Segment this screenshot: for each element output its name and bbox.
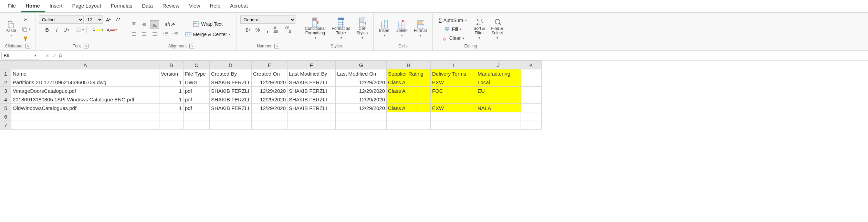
- cell[interactable]: Last Modified By: [287, 69, 336, 78]
- autosum-button[interactable]: ∑ AutoSum ▾: [436, 16, 469, 24]
- cell[interactable]: DWG: [184, 78, 210, 87]
- align-left-button[interactable]: [129, 30, 138, 38]
- cell[interactable]: SHAKIB FERZLI: [210, 78, 252, 87]
- cell[interactable]: Name: [11, 69, 159, 78]
- cell[interactable]: Created On: [252, 69, 287, 78]
- font-launcher[interactable]: ↘: [84, 44, 88, 48]
- cell[interactable]: [210, 121, 252, 130]
- row-header[interactable]: 4: [0, 95, 11, 104]
- format-painter-button[interactable]: [20, 35, 32, 43]
- col-header-j[interactable]: J: [476, 61, 521, 69]
- cell[interactable]: SHAKIB FERZLI: [210, 104, 252, 112]
- select-all-corner[interactable]: [0, 61, 11, 69]
- cell[interactable]: [159, 112, 184, 121]
- align-center-button[interactable]: [140, 30, 149, 38]
- cell[interactable]: [521, 104, 542, 112]
- number-format-select[interactable]: General: [240, 15, 295, 24]
- cell[interactable]: 12/29/2020: [252, 87, 287, 95]
- cell[interactable]: VintageDoorsCatalogue.pdf: [11, 87, 159, 95]
- name-box[interactable]: B9▼: [1, 52, 39, 59]
- row-header[interactable]: 1: [0, 69, 11, 78]
- underline-button[interactable]: U▾: [62, 26, 71, 34]
- cell[interactable]: [521, 87, 542, 95]
- row-header[interactable]: 7: [0, 121, 11, 130]
- cell[interactable]: pdf: [184, 87, 210, 95]
- cell[interactable]: [431, 112, 476, 121]
- cell[interactable]: [287, 112, 336, 121]
- bold-button[interactable]: B: [43, 26, 51, 34]
- cell[interactable]: SHAKIB FERZLI: [287, 78, 336, 87]
- cell[interactable]: Manufacturing: [476, 69, 521, 78]
- cell[interactable]: [184, 112, 210, 121]
- comma-format-button[interactable]: ,: [263, 26, 271, 34]
- font-color-button[interactable]: A▾: [106, 26, 118, 34]
- cancel-formula-icon[interactable]: ✕: [45, 53, 49, 58]
- fx-icon[interactable]: fx: [57, 53, 64, 58]
- cell[interactable]: 12/29/2020: [336, 78, 387, 87]
- cell[interactable]: [521, 112, 542, 121]
- tab-view[interactable]: View: [184, 1, 205, 12]
- cell[interactable]: [252, 121, 287, 130]
- italic-button[interactable]: I: [53, 26, 61, 34]
- tab-home[interactable]: Home: [21, 1, 45, 12]
- enter-formula-icon[interactable]: ✓: [53, 53, 57, 58]
- decrease-decimal-button[interactable]: .00→.0: [283, 26, 292, 34]
- cell[interactable]: [336, 121, 387, 130]
- cell[interactable]: NALA: [476, 104, 521, 112]
- cell[interactable]: Class A: [387, 104, 431, 112]
- cell[interactable]: Last Modified On: [336, 69, 387, 78]
- col-header-d[interactable]: D: [210, 61, 252, 69]
- cell[interactable]: FOC: [431, 87, 476, 95]
- row-header[interactable]: 2: [0, 78, 11, 87]
- cell[interactable]: pdf: [184, 95, 210, 104]
- col-header-g[interactable]: G: [336, 61, 387, 69]
- cell[interactable]: Delivery Terms: [431, 69, 476, 78]
- tab-review[interactable]: Review: [158, 1, 184, 12]
- row-header[interactable]: 5: [0, 104, 11, 112]
- number-launcher[interactable]: ↘: [274, 44, 279, 48]
- tab-page-layout[interactable]: Page Layout: [67, 1, 106, 12]
- cell[interactable]: 1: [159, 104, 184, 112]
- tab-acrobat[interactable]: Acrobat: [225, 1, 253, 12]
- cell[interactable]: 12/29/2020: [336, 104, 387, 112]
- decrease-indent-button[interactable]: [161, 30, 170, 38]
- cell[interactable]: 12/29/2020: [336, 95, 387, 104]
- paste-button[interactable]: Paste▾: [3, 16, 18, 42]
- clipboard-launcher[interactable]: ↘: [25, 44, 30, 48]
- col-header-h[interactable]: H: [387, 61, 431, 69]
- cell[interactable]: [521, 69, 542, 78]
- cell[interactable]: [252, 112, 287, 121]
- cell[interactable]: [387, 121, 431, 130]
- cell[interactable]: [11, 112, 159, 121]
- col-header-c[interactable]: C: [184, 61, 210, 69]
- increase-font-button[interactable]: A▴: [104, 15, 113, 24]
- orientation-button[interactable]: ab↗▾: [161, 20, 180, 29]
- cell[interactable]: SHAKIB FERZLI: [210, 87, 252, 95]
- font-name-select[interactable]: Calibri: [39, 15, 84, 24]
- cell[interactable]: 12/29/2020: [252, 78, 287, 87]
- align-right-button[interactable]: [150, 30, 159, 38]
- cell[interactable]: Partitions 2D 177109621469605759.dwg: [11, 78, 159, 87]
- delete-cells-button[interactable]: Delete▾: [394, 16, 410, 42]
- increase-decimal-button[interactable]: .0.00←: [273, 26, 282, 34]
- cell[interactable]: SHAKIB FERZLI: [287, 87, 336, 95]
- insert-cells-button[interactable]: Insert▾: [377, 16, 391, 42]
- cell[interactable]: [336, 112, 387, 121]
- conditional-formatting-button[interactable]: Conditional Formatting▾: [303, 16, 327, 42]
- align-top-button[interactable]: [129, 20, 138, 29]
- cell[interactable]: SHAKIB FERZLI: [287, 95, 336, 104]
- cell[interactable]: Supplier Rating: [387, 69, 431, 78]
- wrap-text-button[interactable]: ab Wrap Text: [182, 20, 233, 28]
- col-header-b[interactable]: B: [159, 61, 184, 69]
- cell[interactable]: [476, 121, 521, 130]
- cell[interactable]: [159, 121, 184, 130]
- sort-filter-button[interactable]: AZ Sort & Filter▾: [471, 16, 487, 42]
- cell[interactable]: [521, 121, 542, 130]
- cell[interactable]: File Type: [184, 69, 210, 78]
- cell[interactable]: SHAKIB FERZLI: [210, 95, 252, 104]
- cell[interactable]: EU: [476, 87, 521, 95]
- clear-button[interactable]: Clear ▾: [436, 34, 469, 42]
- cell[interactable]: [387, 112, 431, 121]
- cell[interactable]: [184, 121, 210, 130]
- tab-insert[interactable]: Insert: [45, 1, 67, 12]
